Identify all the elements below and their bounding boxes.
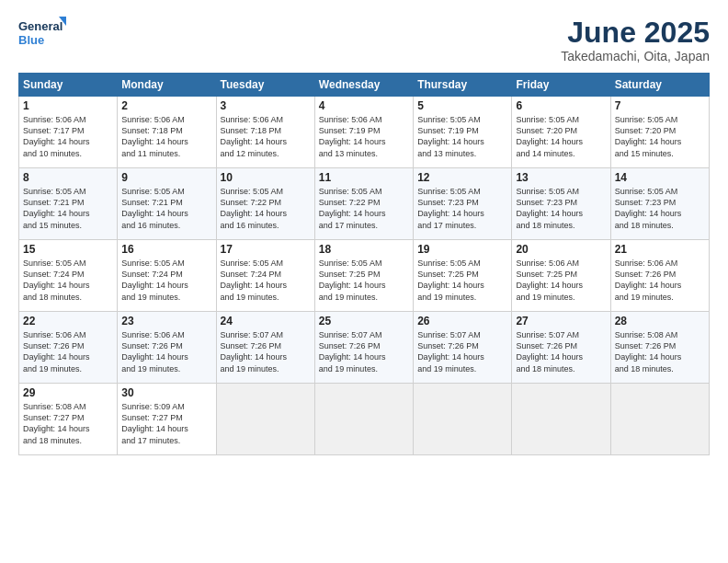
day-number: 1 [23,99,113,112]
cell-info: Sunrise: 5:05 AMSunset: 7:21 PMDaylight:… [23,186,113,231]
subtitle: Takedamachi, Oita, Japan [561,49,710,63]
calendar-cell: 10Sunrise: 5:05 AMSunset: 7:22 PMDayligh… [216,168,314,240]
col-header-tuesday: Tuesday [216,74,314,97]
calendar-cell: 17Sunrise: 5:05 AMSunset: 7:24 PMDayligh… [216,240,314,312]
cell-info: Sunrise: 5:05 AMSunset: 7:21 PMDaylight:… [121,186,211,231]
day-number: 18 [319,243,409,256]
calendar-cell [414,384,512,455]
day-number: 12 [417,171,507,184]
week-row-1: 1Sunrise: 5:06 AMSunset: 7:17 PMDaylight… [19,97,710,168]
col-header-friday: Friday [512,74,610,97]
day-number: 14 [615,171,705,184]
cell-info: Sunrise: 5:07 AMSunset: 7:26 PMDaylight:… [516,329,606,374]
day-number: 29 [23,386,113,399]
calendar-cell: 26Sunrise: 5:07 AMSunset: 7:26 PMDayligh… [414,312,512,384]
page: General Blue June 2025 Takedamachi, Oita… [0,0,728,563]
calendar-cell: 12Sunrise: 5:05 AMSunset: 7:23 PMDayligh… [414,168,512,240]
day-number: 21 [615,243,705,256]
cell-info: Sunrise: 5:05 AMSunset: 7:23 PMDaylight:… [516,186,606,231]
cell-info: Sunrise: 5:05 AMSunset: 7:24 PMDaylight:… [221,258,311,303]
calendar-cell: 7Sunrise: 5:05 AMSunset: 7:20 PMDaylight… [610,97,709,168]
cell-info: Sunrise: 5:09 AMSunset: 7:27 PMDaylight:… [121,401,211,446]
calendar-cell: 1Sunrise: 5:06 AMSunset: 7:17 PMDaylight… [19,97,118,168]
col-header-monday: Monday [118,74,216,97]
calendar-cell: 30Sunrise: 5:09 AMSunset: 7:27 PMDayligh… [118,384,216,455]
cell-info: Sunrise: 5:06 AMSunset: 7:26 PMDaylight:… [121,329,211,374]
day-number: 5 [417,99,507,112]
day-number: 2 [121,99,211,112]
calendar-table: SundayMondayTuesdayWednesdayThursdayFrid… [18,73,710,455]
calendar-cell: 6Sunrise: 5:05 AMSunset: 7:20 PMDaylight… [512,97,610,168]
calendar-cell [610,384,709,455]
svg-text:General: General [18,19,63,33]
calendar-cell: 24Sunrise: 5:07 AMSunset: 7:26 PMDayligh… [216,312,314,384]
cell-info: Sunrise: 5:05 AMSunset: 7:20 PMDaylight:… [615,114,705,159]
day-number: 30 [121,386,211,399]
cell-info: Sunrise: 5:06 AMSunset: 7:18 PMDaylight:… [221,114,311,159]
day-number: 9 [121,171,211,184]
calendar-cell: 5Sunrise: 5:05 AMSunset: 7:19 PMDaylight… [414,97,512,168]
cell-info: Sunrise: 5:06 AMSunset: 7:25 PMDaylight:… [516,258,606,303]
cell-info: Sunrise: 5:08 AMSunset: 7:26 PMDaylight:… [615,329,705,374]
cell-info: Sunrise: 5:07 AMSunset: 7:26 PMDaylight:… [417,329,507,374]
day-number: 19 [417,243,507,256]
cell-info: Sunrise: 5:06 AMSunset: 7:17 PMDaylight:… [23,114,113,159]
calendar-cell: 14Sunrise: 5:05 AMSunset: 7:23 PMDayligh… [610,168,709,240]
day-number: 26 [417,315,507,327]
cell-info: Sunrise: 5:05 AMSunset: 7:25 PMDaylight:… [417,258,507,303]
day-number: 8 [23,171,113,184]
cell-info: Sunrise: 5:06 AMSunset: 7:26 PMDaylight:… [23,329,113,374]
logo: General Blue [18,17,66,52]
calendar-cell: 29Sunrise: 5:08 AMSunset: 7:27 PMDayligh… [19,384,118,455]
calendar-cell: 25Sunrise: 5:07 AMSunset: 7:26 PMDayligh… [314,312,413,384]
day-number: 15 [23,243,113,256]
day-number: 16 [121,243,211,256]
week-row-4: 22Sunrise: 5:06 AMSunset: 7:26 PMDayligh… [19,312,710,384]
calendar-cell: 16Sunrise: 5:05 AMSunset: 7:24 PMDayligh… [118,240,216,312]
cell-info: Sunrise: 5:06 AMSunset: 7:18 PMDaylight:… [121,114,211,159]
calendar-cell: 9Sunrise: 5:05 AMSunset: 7:21 PMDaylight… [118,168,216,240]
calendar-cell: 11Sunrise: 5:05 AMSunset: 7:22 PMDayligh… [314,168,413,240]
calendar-cell [512,384,610,455]
calendar-cell: 28Sunrise: 5:08 AMSunset: 7:26 PMDayligh… [610,312,709,384]
day-number: 7 [615,99,705,112]
header-row: SundayMondayTuesdayWednesdayThursdayFrid… [19,74,710,97]
cell-info: Sunrise: 5:05 AMSunset: 7:22 PMDaylight:… [319,186,409,231]
header: General Blue June 2025 Takedamachi, Oita… [18,17,710,63]
cell-info: Sunrise: 5:05 AMSunset: 7:20 PMDaylight:… [516,114,606,159]
cell-info: Sunrise: 5:08 AMSunset: 7:27 PMDaylight:… [23,401,113,446]
month-title: June 2025 [561,17,710,49]
calendar-cell [216,384,314,455]
cell-info: Sunrise: 5:05 AMSunset: 7:22 PMDaylight:… [221,186,311,231]
calendar-cell: 13Sunrise: 5:05 AMSunset: 7:23 PMDayligh… [512,168,610,240]
calendar-cell: 15Sunrise: 5:05 AMSunset: 7:24 PMDayligh… [19,240,118,312]
day-number: 6 [516,99,606,112]
title-block: June 2025 Takedamachi, Oita, Japan [561,17,710,63]
cell-info: Sunrise: 5:06 AMSunset: 7:26 PMDaylight:… [615,258,705,303]
day-number: 17 [221,243,311,256]
cell-info: Sunrise: 5:05 AMSunset: 7:24 PMDaylight:… [23,258,113,303]
week-row-5: 29Sunrise: 5:08 AMSunset: 7:27 PMDayligh… [19,384,710,455]
day-number: 22 [23,315,113,327]
calendar-cell: 21Sunrise: 5:06 AMSunset: 7:26 PMDayligh… [610,240,709,312]
calendar-cell: 20Sunrise: 5:06 AMSunset: 7:25 PMDayligh… [512,240,610,312]
calendar-cell: 4Sunrise: 5:06 AMSunset: 7:19 PMDaylight… [314,97,413,168]
cell-info: Sunrise: 5:07 AMSunset: 7:26 PMDaylight:… [221,329,311,374]
calendar-cell: 8Sunrise: 5:05 AMSunset: 7:21 PMDaylight… [19,168,118,240]
day-number: 25 [319,315,409,327]
cell-info: Sunrise: 5:05 AMSunset: 7:24 PMDaylight:… [121,258,211,303]
col-header-wednesday: Wednesday [314,74,413,97]
calendar-cell: 2Sunrise: 5:06 AMSunset: 7:18 PMDaylight… [118,97,216,168]
calendar-cell: 3Sunrise: 5:06 AMSunset: 7:18 PMDaylight… [216,97,314,168]
week-row-2: 8Sunrise: 5:05 AMSunset: 7:21 PMDaylight… [19,168,710,240]
day-number: 11 [319,171,409,184]
day-number: 27 [516,315,606,327]
calendar-cell: 27Sunrise: 5:07 AMSunset: 7:26 PMDayligh… [512,312,610,384]
day-number: 13 [516,171,606,184]
calendar-cell: 19Sunrise: 5:05 AMSunset: 7:25 PMDayligh… [414,240,512,312]
day-number: 10 [221,171,311,184]
day-number: 28 [615,315,705,327]
cell-info: Sunrise: 5:05 AMSunset: 7:19 PMDaylight:… [417,114,507,159]
day-number: 20 [516,243,606,256]
calendar-cell [314,384,413,455]
